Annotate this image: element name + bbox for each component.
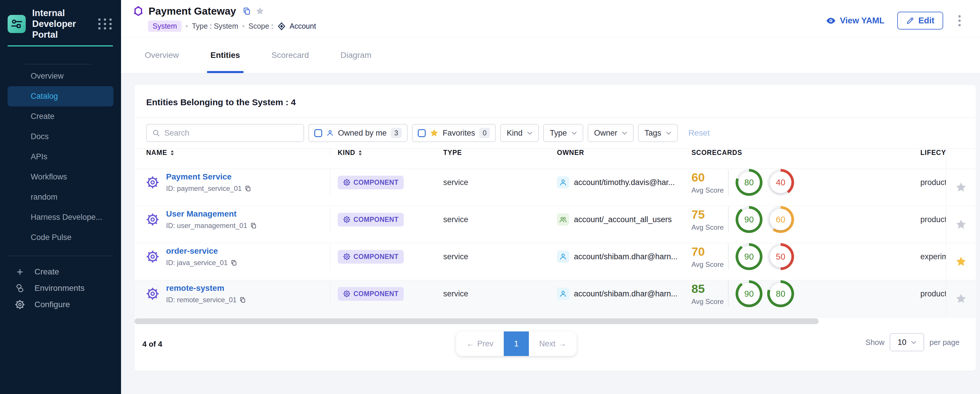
owner-value: account/_account_all_users	[574, 215, 672, 224]
table-row[interactable]: User Management ID: user_management_01 C…	[135, 206, 976, 243]
dot-separator	[242, 25, 244, 27]
favorite-title-star-icon[interactable]	[256, 7, 264, 16]
scorecard-gauge[interactable]: 60	[767, 206, 794, 233]
favorite-star-icon[interactable]	[955, 293, 967, 304]
chevron-down-icon	[622, 132, 627, 135]
sidebar-item-create-action[interactable]: + Create	[0, 264, 121, 280]
scorecard-gauge[interactable]: 40	[767, 169, 794, 196]
search-input[interactable]	[164, 129, 298, 138]
component-gear-icon	[146, 287, 159, 300]
favorites-filter[interactable]: Favorites 0	[412, 124, 496, 142]
prev-label: Prev	[477, 339, 493, 348]
scorecard-gauge[interactable]: 90	[736, 206, 762, 233]
sidebar-item-harness-developer[interactable]: Harness Develope...	[0, 207, 121, 227]
edit-button[interactable]: Edit	[897, 12, 943, 30]
entities-panel: Entities Belonging to the System : 4	[135, 85, 976, 371]
component-gear-icon	[343, 216, 350, 223]
table-body: Payment Service ID: payment_service_01 C…	[135, 169, 976, 318]
copy-id-icon[interactable]	[231, 259, 237, 266]
entity-name-link[interactable]: remote-system	[166, 283, 224, 292]
type-dropdown[interactable]: Type	[543, 124, 583, 142]
prev-page-button[interactable]: ← Prev	[456, 332, 504, 356]
tags-dropdown-label: Tags	[644, 129, 661, 138]
type-value: service	[443, 178, 468, 187]
sidebar-item-apis[interactable]: APIs	[0, 147, 121, 167]
horizontal-scrollbar-thumb[interactable]	[135, 318, 819, 324]
component-gear-icon	[146, 213, 159, 226]
sidebar-item-create[interactable]: Create	[0, 106, 121, 127]
avg-score-label: Avg Score	[691, 297, 728, 306]
sidebar-item-overview[interactable]: Overview	[0, 66, 121, 86]
favorites-checkbox[interactable]	[418, 129, 426, 137]
users-icon	[559, 215, 568, 224]
next-page-button[interactable]: Next →	[529, 332, 576, 356]
entity-name-link[interactable]: User Management	[166, 209, 237, 218]
tab-diagram[interactable]: Diagram	[340, 37, 371, 73]
user-icon	[326, 129, 334, 137]
sidebar-item-catalog[interactable]: Catalog	[8, 86, 113, 106]
favorite-star-icon[interactable]	[955, 256, 967, 267]
more-options-kebab-icon[interactable]	[956, 13, 963, 29]
avg-score-label: Avg Score	[691, 223, 728, 232]
scorecard-gauge[interactable]: 80	[767, 280, 794, 307]
breadcrumb-scope-value: Account	[290, 22, 316, 30]
table-row[interactable]: Payment Service ID: payment_service_01 C…	[135, 169, 976, 206]
sidebar-item-workflows[interactable]: Workflows	[0, 167, 121, 187]
tags-dropdown[interactable]: Tags	[638, 124, 678, 142]
app-logo-icon[interactable]	[8, 15, 26, 33]
tab-scorecard[interactable]: Scorecard	[272, 37, 309, 73]
sidebar-bottom-label: Configure	[35, 300, 70, 309]
owned-by-me-filter[interactable]: Owned by me 3	[309, 124, 407, 142]
owned-by-me-checkbox[interactable]	[314, 129, 322, 137]
entity-name-link[interactable]: Payment Service	[166, 172, 232, 181]
entity-name-link[interactable]: order-service	[166, 246, 218, 256]
page-size-select[interactable]: 10	[890, 333, 924, 351]
scorecard-gauge[interactable]: 80	[736, 169, 762, 196]
table-row[interactable]: remote-system ID: remote_service_01 COMP…	[135, 280, 976, 318]
view-yaml-button[interactable]: View YAML	[826, 16, 885, 25]
app-grid-icon[interactable]	[97, 16, 113, 32]
system-badge: System	[148, 21, 181, 32]
chevron-down-icon	[571, 132, 577, 135]
sidebar-bottom-label: Environments	[35, 283, 84, 293]
environments-icon	[14, 284, 26, 292]
kind-dropdown-label: Kind	[507, 129, 522, 138]
sidebar-bottom-label: Create	[35, 267, 59, 276]
favorites-count: 0	[479, 128, 490, 138]
copy-title-icon[interactable]	[243, 7, 251, 15]
plus-icon: +	[14, 266, 26, 277]
page-size-value: 10	[897, 338, 906, 347]
chevron-down-icon	[911, 341, 916, 344]
sidebar-item-environments[interactable]: Environments	[0, 280, 121, 296]
copy-id-icon[interactable]	[250, 222, 257, 229]
scorecard-gauge[interactable]: 50	[767, 243, 794, 270]
page-number-button[interactable]: 1	[504, 332, 529, 356]
sidebar-item-code-pulse[interactable]: Code Pulse	[0, 227, 121, 248]
arrow-left-icon: ←	[466, 339, 474, 348]
copy-id-icon[interactable]	[239, 297, 246, 303]
component-gear-icon	[343, 253, 350, 261]
component-gear-icon	[146, 250, 159, 263]
owner-value: account/timothy.davis@har...	[574, 178, 675, 187]
avg-score-value: 70	[691, 245, 728, 259]
scorecard-gauge[interactable]: 90	[736, 243, 762, 270]
user-icon	[559, 178, 567, 186]
table-row[interactable]: order-service ID: java_service_01 COMPON…	[135, 243, 976, 280]
tab-entities[interactable]: Entities	[210, 37, 240, 73]
favorite-star-icon[interactable]	[955, 219, 967, 230]
sidebar-item-docs[interactable]: Docs	[0, 127, 121, 147]
column-header-name[interactable]: NAME	[135, 149, 330, 157]
column-header-kind[interactable]: KIND	[330, 149, 436, 157]
copy-id-icon[interactable]	[245, 185, 251, 192]
favorite-star-icon[interactable]	[955, 182, 967, 193]
table-header-row: NAME KIND TYPE OWNER SCORECARDS LIFECYCL…	[135, 148, 976, 169]
kind-dropdown[interactable]: Kind	[500, 124, 539, 142]
owner-dropdown[interactable]: Owner	[588, 124, 634, 142]
reset-filters-button[interactable]: Reset	[689, 128, 710, 138]
scorecard-gauge[interactable]: 90	[736, 280, 762, 307]
tab-overview[interactable]: Overview	[145, 37, 179, 73]
entity-id: ID: remote_service_01	[166, 296, 237, 304]
sidebar-item-random[interactable]: random	[0, 187, 121, 207]
gear-icon	[14, 300, 26, 310]
sidebar-item-configure[interactable]: Configure	[0, 296, 121, 313]
